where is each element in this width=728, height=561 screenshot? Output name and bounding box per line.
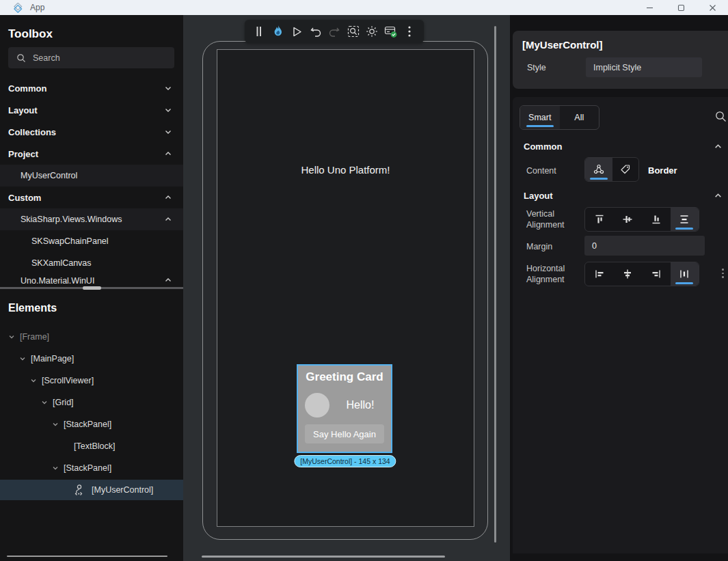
align-top-icon [593,213,606,225]
window-titlebar: App [0,0,728,15]
align-vcenter-icon [621,213,634,225]
device-connected-check-icon[interactable] [383,24,399,39]
tree-item-textblock[interactable]: [TextBlock] [0,436,183,456]
search-input[interactable] [33,53,156,63]
toolbox-section-project[interactable]: Project [0,143,183,165]
binding-icon [593,163,605,176]
toolbox-section-common[interactable]: Common [0,77,183,99]
label-line: Horizontal [526,264,565,273]
align-left-button[interactable] [585,262,614,286]
minimize-button[interactable] [634,0,665,15]
content-value: Border [648,165,677,176]
more-ellipsis-icon[interactable] [402,24,417,39]
toolbox-search[interactable] [8,47,174,68]
active-tab-underline [526,125,554,127]
say-hello-again-button[interactable]: Say Hello Again [305,424,384,443]
chevron-down-icon[interactable] [52,465,59,471]
label-line: Alignment [526,220,565,230]
greeting-text: Hello! [329,399,391,411]
section-common[interactable]: Common [513,138,728,154]
search-icon [16,53,26,63]
toolbox-group-skiasharp[interactable]: SkiaSharp.Views.Windows [0,208,183,230]
play-button[interactable] [289,24,304,39]
align-bottom-button[interactable] [642,208,671,231]
active-toggle-underline [675,228,693,230]
tab-all[interactable]: All [560,106,599,129]
toolbox-item-skswapchainpanel[interactable]: SKSwapChainPanel [0,230,183,252]
greeting-card-control[interactable]: Greeting Card Hello! Say Hello Again [298,366,391,452]
toolbox-item-label: SKXamlCanvas [31,258,92,268]
row-options-ellipsis[interactable] [722,269,724,278]
redo-button-disabled[interactable] [327,24,342,39]
align-hcenter-button[interactable] [614,262,643,286]
left-panel-scrollbar[interactable] [7,556,167,557]
canvas-horizontal-scrollbar[interactable] [202,556,445,558]
tree-item-stackpanel-1[interactable]: [StackPanel] [0,414,183,435]
splitter-handle[interactable] [83,286,101,290]
canvas-vertical-scrollbar[interactable] [494,26,496,543]
selection-outline[interactable]: Greeting Card Hello! Say Hello Again [297,364,392,453]
content-binding-toggle[interactable] [585,158,612,181]
toolbox-item-skxamlcanvas[interactable]: SKXamlCanvas [0,252,183,274]
chevron-down-icon [164,84,172,92]
properties-body-card: Smart All Common Content [513,97,728,553]
chevron-down-icon[interactable] [52,421,59,428]
align-right-button[interactable] [642,262,671,286]
toolbox-group-unomaterial[interactable]: Uno.Material.WinUI [0,274,183,286]
design-toolbar [245,20,424,43]
theme-sun-icon[interactable] [364,24,379,39]
content-tag-toggle[interactable] [612,158,639,181]
section-label: Custom [8,193,41,203]
properties-panel: [MyUserControl] Style Implicit Style Sma… [510,15,728,561]
maximize-button[interactable] [665,0,697,15]
section-label: Project [8,149,38,159]
stretch-horizontal-button[interactable] [671,262,699,286]
page-textblock[interactable]: Hello Uno Platform! [217,164,474,176]
tree-item-myusercontrol-selected[interactable]: [MyUserControl] [0,480,183,500]
stretch-vertical-button[interactable] [671,208,699,231]
horizontal-alignment-label: Horizontal Alignment [526,263,565,285]
label-line: Vertical [526,209,554,219]
content-mode-toggle [584,157,639,182]
chevron-down-icon[interactable] [19,355,26,362]
section-title: Layout [524,191,553,201]
align-hcenter-icon [621,268,634,280]
tree-item-label: [ScrollViewer] [42,376,94,385]
close-button[interactable] [697,0,728,15]
toolbox-section-collections[interactable]: Collections [0,121,183,143]
style-label: Style [527,63,546,72]
tree-item-frame[interactable]: [Frame] [0,327,183,347]
tab-smart[interactable]: Smart [520,106,560,129]
margin-input[interactable] [584,236,705,256]
toolbox-section-layout[interactable]: Layout [0,99,183,121]
tree-item-stackpanel-2[interactable]: [StackPanel] [0,458,183,478]
undo-button[interactable] [308,24,323,39]
tab-label: All [574,113,584,122]
properties-header-card: [MyUserControl] Style Implicit Style [513,31,728,89]
tree-item-label: [Grid] [53,398,74,407]
drag-handle[interactable] [252,24,267,39]
toolbox-item-myusercontrol[interactable]: MyUserControl [0,165,183,187]
element-picker-icon[interactable] [346,24,361,39]
tree-item-mainpage[interactable]: [MainPage] [0,348,183,369]
hot-reload-flame-icon[interactable] [271,24,286,39]
tree-item-label: [TextBlock] [74,441,115,451]
align-top-button[interactable] [585,208,614,231]
tree-item-grid[interactable]: [Grid] [0,392,183,413]
panel-splitter[interactable] [0,285,183,290]
chevron-down-icon[interactable] [30,377,37,384]
style-selector[interactable]: Implicit Style [586,57,702,77]
design-canvas[interactable]: Hello Uno Platform! Greeting Card Hello!… [183,15,510,561]
section-layout[interactable]: Layout [513,187,728,204]
chevron-down-icon[interactable] [41,399,48,406]
section-title: Common [524,141,562,152]
toolbox-section-custom[interactable]: Custom [0,187,183,208]
chevron-up-icon[interactable] [714,142,723,151]
chevron-down-icon[interactable] [8,333,15,340]
chevron-down-icon [164,106,172,114]
align-right-icon [650,268,662,280]
chevron-up-icon[interactable] [714,191,723,200]
align-vcenter-button[interactable] [614,208,643,231]
tree-item-scrollviewer[interactable]: [ScrollViewer] [0,370,183,391]
properties-search-icon[interactable] [715,111,727,122]
